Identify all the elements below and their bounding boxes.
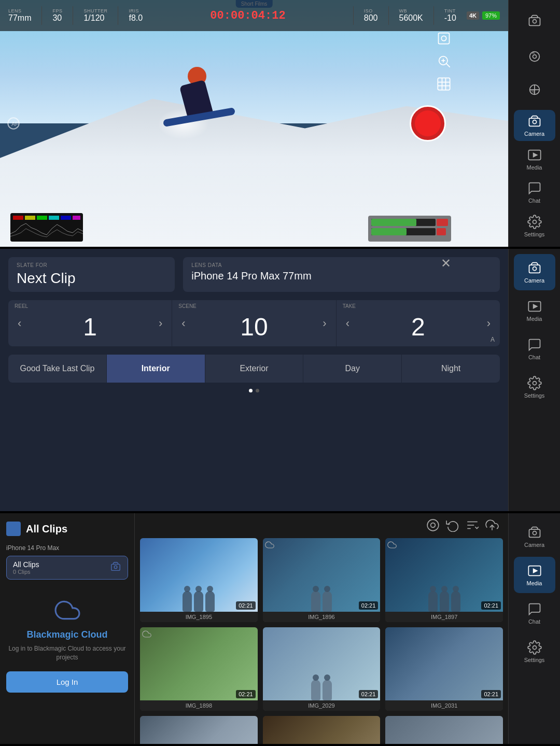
svg-point-30	[533, 220, 536, 223]
sidebar-s3-settings-button[interactable]: Settings	[514, 634, 555, 670]
clip-item-1[interactable]: 02:21 IMG_1896	[263, 538, 381, 622]
sidebar-media-button[interactable]: Media	[514, 143, 555, 175]
day-button[interactable]: Day	[303, 355, 402, 383]
filter-icon[interactable]	[426, 518, 440, 532]
clip-duration-3: 02:21	[236, 690, 256, 698]
iso-label: ISO	[364, 8, 373, 13]
take-next-button[interactable]: ›	[484, 315, 494, 332]
sidebar-s3-media-button[interactable]: Media	[514, 557, 555, 593]
sidebar-s2-chat-button[interactable]: Chat	[514, 331, 555, 367]
night-button[interactable]: Night	[402, 355, 500, 383]
4k-badge: 4K	[467, 11, 479, 20]
cloud-large-icon	[54, 597, 80, 625]
media-icon	[527, 148, 542, 162]
sidebar-s2-media-button[interactable]: Media	[514, 292, 555, 329]
grid-icon[interactable]	[437, 77, 451, 91]
svg-point-23	[533, 54, 536, 58]
lens-data-value: iPhone 14 Pro Max 77mm	[191, 270, 492, 282]
svg-text:AF: AF	[11, 121, 19, 127]
sidebar-camera-label: Camera	[524, 131, 544, 137]
svg-rect-26	[529, 118, 540, 126]
record-button[interactable]	[410, 105, 446, 142]
clip-name-5: IMG_2031	[385, 700, 503, 711]
sidebar-s2-settings-button[interactable]: Settings	[514, 369, 555, 405]
sidebar-s2-camera-button[interactable]: Camera	[514, 254, 555, 290]
cloud-brand-name: Blackmagic Cloud	[26, 629, 107, 640]
clip-item-0[interactable]: 02:21 IMG_1895	[140, 538, 258, 622]
sidebar-chat-button[interactable]: Chat	[514, 177, 555, 208]
right-icons-panel	[437, 31, 451, 91]
clip-item-5[interactable]: 02:21 IMG_2031	[385, 627, 503, 711]
scene-prev-button[interactable]: ‹	[178, 315, 188, 332]
sidebar-camera-button[interactable]: Camera	[514, 110, 555, 142]
svg-point-32	[533, 267, 536, 271]
media-s2-icon	[527, 299, 542, 314]
sidebar-s3-chat-button[interactable]: Chat	[514, 595, 555, 631]
slate-panel: ✕ SLATE FOR Next Clip LENS DATA iPhone 1…	[0, 249, 508, 511]
all-clips-folder[interactable]: All Clips 0 Clips	[6, 556, 128, 580]
hud-overlay: LENS 77mm FPS 30 SHUTTER 1/120 IRIS f8.0…	[0, 0, 508, 31]
reel-label: REEL	[15, 303, 28, 309]
clip-item-2[interactable]: 02:21 IMG_1897	[385, 538, 503, 622]
scene-next-button[interactable]: ›	[319, 315, 329, 332]
s2-camera-label: Camera	[524, 277, 544, 284]
sidebar-item-exposure[interactable]	[514, 74, 555, 106]
clip-item-4[interactable]: 02:21 IMG_2029	[263, 627, 381, 711]
sidebar-item-camera-roundel[interactable]	[514, 5, 555, 37]
take-prev-button[interactable]: ‹	[343, 315, 353, 332]
tint-display: TINT -10	[444, 8, 456, 23]
fps-label: FPS	[52, 8, 62, 13]
svg-rect-36	[111, 564, 120, 570]
interior-button[interactable]: Interior	[107, 355, 205, 383]
autofocus-icon[interactable]: AF	[5, 115, 22, 132]
sidebar-screen1: A Camera Media	[508, 0, 560, 247]
focus-icon[interactable]	[437, 31, 451, 46]
sidebar-s3-camera-button[interactable]: Camera	[514, 518, 555, 555]
hud-divider-3	[118, 6, 118, 25]
svg-point-38	[427, 519, 439, 531]
svg-point-48	[533, 646, 536, 650]
good-take-button[interactable]: Good Take Last Clip	[8, 355, 107, 383]
s3-settings-label: Settings	[524, 657, 545, 663]
cloud-upload-icon[interactable]	[485, 518, 499, 532]
exposure-icon	[527, 82, 542, 97]
clip-thumbnail-1: 02:21	[263, 538, 381, 612]
svg-text:A: A	[532, 51, 535, 54]
cloud-description: Log in to Blackmagic Cloud to access you…	[6, 644, 128, 662]
clip-item-8[interactable]: 02:21 IMG_20323	[385, 716, 503, 744]
exterior-button[interactable]: Exterior	[205, 355, 304, 383]
dot-2	[256, 389, 259, 392]
close-button[interactable]: ✕	[441, 256, 451, 271]
svg-point-1	[441, 36, 446, 40]
level-bar-peak-2	[437, 228, 448, 235]
sort-icon[interactable]	[466, 518, 479, 532]
scene-value: 10	[189, 313, 320, 341]
settings-s2-icon	[527, 376, 542, 390]
waveform-display	[10, 213, 83, 242]
timecode-display: 00:00:04:12	[153, 9, 343, 22]
clip-item-3[interactable]: 02:21 IMG_1898	[140, 627, 258, 711]
sidebar-item-autofocus[interactable]: A	[514, 41, 555, 73]
clip-name-3: IMG_1898	[140, 700, 258, 711]
audio-level-meter	[368, 216, 451, 242]
folder-name: All Clips	[13, 560, 39, 569]
clip-item-7[interactable]: 02:21 IMG_2032	[263, 716, 381, 744]
clip-name-2: IMG_1897	[385, 612, 503, 622]
clip-thumbnail-3: 02:21	[140, 627, 258, 701]
login-button[interactable]: Log In	[6, 671, 128, 693]
folder-camera-icon	[110, 561, 121, 574]
reel-prev-button[interactable]: ‹	[15, 315, 24, 332]
sync-icon[interactable]	[446, 518, 459, 532]
clip-duration-0: 02:21	[236, 601, 256, 610]
svg-point-21	[533, 20, 536, 23]
sidebar-settings-button[interactable]: Settings	[514, 210, 555, 242]
clip-thumbnail-6: 02:21	[140, 716, 258, 744]
clip-thumbnail-8: 02:21	[385, 716, 503, 744]
autofocus-sidebar-icon: A	[527, 49, 542, 64]
storage-badge: 97%	[482, 11, 500, 20]
settings-icon	[527, 215, 542, 229]
tint-value: -10	[444, 13, 456, 23]
clip-item-6[interactable]: 02:21 IMG_2030	[140, 716, 258, 744]
reel-next-button[interactable]: ›	[156, 315, 165, 332]
zoom-icon[interactable]	[437, 54, 451, 68]
